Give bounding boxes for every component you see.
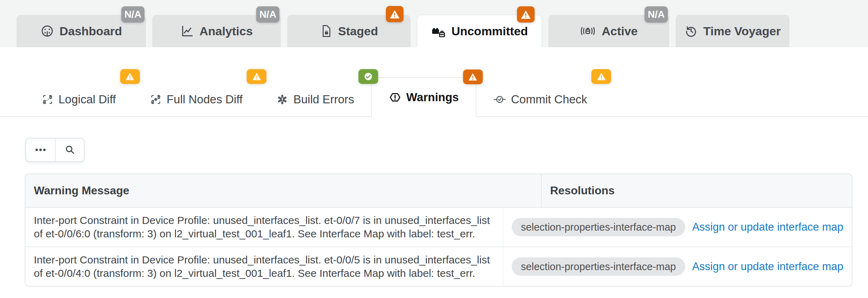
success-badge [358,69,378,84]
warning-message-cell: Inter-port Constraint in Device Profile:… [25,247,503,286]
analytics-icon [180,24,194,38]
subtab-label: Build Errors [293,93,354,106]
warnings-icon [389,91,401,104]
warning-badge [463,69,483,84]
full-nodes-diff-icon [150,93,162,105]
uncommitted-subtab-bar: Logical Diff Full Nodes Diff [0,78,868,117]
column-header-warning-message: Warning Message [25,174,542,207]
na-badge: N/A [645,6,668,23]
search-icon [64,144,75,156]
subtab-label: Full Nodes Diff [167,93,243,106]
resolution-link[interactable]: Assign or update interface map [692,260,843,273]
warnings-table: Warning Message Resolutions Inter-port C… [25,174,852,287]
tab-label: Analytics [199,24,253,38]
subtab-commit-check[interactable]: Commit Check [476,83,604,116]
subtab-label: Commit Check [511,93,587,106]
dashboard-icon [41,24,54,38]
tab-label: Staged [338,24,378,38]
warning-badge [591,69,611,84]
warning-badge [120,69,140,84]
active-icon [580,24,596,38]
commit-check-icon [493,93,506,105]
logical-diff-icon [42,93,54,105]
tab-uncommitted[interactable]: Uncommitted [417,15,542,47]
tab-analytics[interactable]: Analytics N/A [152,15,281,47]
subtab-label: Logical Diff [59,93,116,106]
build-errors-icon [276,93,288,105]
resolution-tag: selection-properties-interface-map [512,257,685,276]
subtab-warnings[interactable]: Warnings [371,77,476,117]
subtab-logical-diff[interactable]: Logical Diff [25,83,133,116]
search-button[interactable] [55,139,84,161]
table-header-row: Warning Message Resolutions [25,174,852,208]
na-badge: N/A [121,6,144,23]
table-row: Inter-port Constraint in Device Profile:… [25,247,852,286]
tab-label: Dashboard [60,24,122,38]
warnings-toolbar [25,138,868,162]
more-actions-button[interactable] [26,139,55,161]
ellipsis-icon [35,147,47,153]
tab-label: Uncommitted [451,24,528,38]
table-row: Inter-port Constraint in Device Profile:… [25,208,852,247]
warning-badge [517,6,535,23]
tab-staged[interactable]: Staged [287,15,411,47]
tab-active[interactable]: Active N/A [548,15,669,47]
warning-message-cell: Inter-port Constraint in Device Profile:… [25,208,503,247]
tab-label: Time Voyager [703,24,781,38]
column-header-resolutions: Resolutions [542,174,852,207]
tab-label: Active [602,24,638,38]
staged-icon [320,24,332,38]
toolbar-button-group [25,138,85,162]
tab-dashboard[interactable]: Dashboard N/A [17,15,146,47]
subtab-label: Warnings [406,91,459,104]
warning-badge [247,69,266,84]
resolution-tag: selection-properties-interface-map [512,218,685,236]
uncommitted-icon [431,24,446,38]
subtab-build-errors[interactable]: Build Errors [259,83,371,116]
resolutions-cell: selection-properties-interface-map Assig… [503,208,852,247]
time-voyager-icon [684,24,698,38]
resolutions-cell: selection-properties-interface-map Assig… [503,247,852,286]
na-badge: N/A [256,6,279,23]
subtab-full-nodes-diff[interactable]: Full Nodes Diff [133,83,260,116]
warning-badge [386,6,404,22]
tab-time-voyager[interactable]: Time Voyager [676,15,789,47]
main-tab-bar: Dashboard N/A Analytics N/A Staged [0,0,868,47]
resolution-link[interactable]: Assign or update interface map [692,221,843,233]
